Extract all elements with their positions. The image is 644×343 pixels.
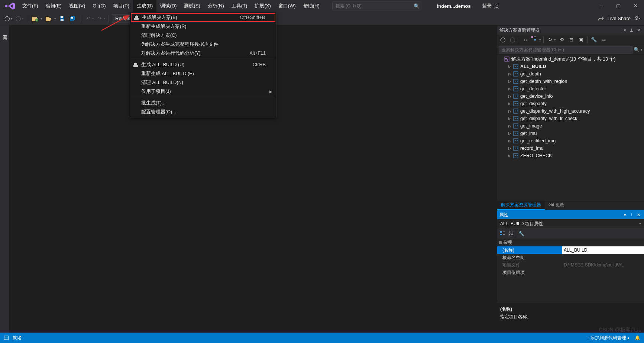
project-node[interactable]: ▷⁺⁺get_image bbox=[497, 122, 644, 130]
project-node[interactable]: ▷⁺⁺get_rectified_img bbox=[497, 137, 644, 145]
menu-n[interactable]: 分析(N) bbox=[204, 0, 228, 12]
panel-close-icon[interactable]: ✕ bbox=[635, 28, 642, 33]
project-node[interactable]: ▷⁺⁺get_disparity bbox=[497, 100, 644, 107]
nav-fwd-button[interactable]: ◯ bbox=[14, 15, 23, 22]
menu-f[interactable]: 文件(F) bbox=[19, 0, 42, 12]
show-all-icon[interactable]: ▣ bbox=[577, 36, 585, 44]
expand-icon[interactable]: ▷ bbox=[508, 109, 513, 113]
properties-icon[interactable]: 🔧 bbox=[590, 36, 598, 44]
property-category[interactable]: ⊟杂项 bbox=[497, 239, 644, 246]
search-input[interactable] bbox=[333, 3, 412, 9]
project-node[interactable]: ▷⁺⁺get_disparity_with_high_accuracy bbox=[497, 107, 644, 115]
collapse-all-icon[interactable]: ⊟ bbox=[567, 36, 575, 44]
nav-back-button[interactable]: ◯ bbox=[3, 15, 12, 22]
project-node[interactable]: ▷⁺⁺get_disparity_with_lr_check bbox=[497, 115, 644, 122]
minimize-button[interactable]: ─ bbox=[593, 0, 610, 12]
new-project-button[interactable]: + bbox=[30, 15, 40, 22]
menu-gitg[interactable]: Git(G) bbox=[89, 0, 109, 12]
preview-icon[interactable]: ▭ bbox=[599, 36, 608, 44]
expand-icon[interactable]: ▷ bbox=[508, 87, 513, 91]
undo-button[interactable]: ↶ bbox=[84, 15, 92, 22]
panel-tab[interactable]: 解决方案资源管理器 bbox=[497, 201, 545, 210]
build-menu-item[interactable]: 重新生成 ALL_BUILD (E) bbox=[131, 69, 275, 78]
expand-icon[interactable]: ▷ bbox=[508, 65, 513, 68]
menu-h[interactable]: 帮助(H) bbox=[300, 0, 323, 12]
properties-subtitle[interactable]: ALL_BUILD 项目属性▾ bbox=[497, 219, 644, 228]
property-row[interactable]: 项目依赖项 bbox=[497, 269, 644, 276]
menu-s[interactable]: 测试(S) bbox=[180, 0, 204, 12]
menu-x[interactable]: 扩展(X) bbox=[251, 0, 274, 12]
project-node[interactable]: ▷⁺⁺get_device_info bbox=[497, 93, 644, 100]
build-menu-item[interactable]: 生成 ALL_BUILD (U)Ctrl+B bbox=[131, 60, 275, 69]
sync-icon[interactable]: ↻ bbox=[546, 36, 554, 44]
menu-d[interactable]: 调试(D) bbox=[156, 0, 180, 12]
property-row[interactable]: (名称)ALL_BUILD bbox=[497, 246, 644, 254]
build-menu-item[interactable]: 清理 ALL_BUILD(N) bbox=[131, 78, 275, 87]
solution-node[interactable]: 解决方案"indemind_demos"(13 个项目，共 13 个) bbox=[497, 55, 644, 63]
project-node[interactable]: ▷⁺⁺ZERO_CHECK bbox=[497, 152, 644, 159]
svg-rect-1 bbox=[32, 17, 37, 18]
save-button[interactable] bbox=[58, 15, 67, 22]
search-go-icon[interactable]: 🔍 bbox=[632, 47, 641, 52]
feedback-icon[interactable] bbox=[634, 16, 641, 22]
project-node[interactable]: ▷⁺⁺record_imu bbox=[497, 145, 644, 152]
build-menu-item[interactable]: 生成解决方案(B)Ctrl+Shift+B bbox=[131, 13, 275, 22]
panel-pin-icon[interactable]: ⊥ bbox=[628, 28, 635, 33]
expand-icon[interactable]: ▷ bbox=[508, 102, 513, 106]
property-row[interactable]: 项目文件D:\IMSEE-SDK\demo\build\AL bbox=[497, 261, 644, 269]
solution-search-input[interactable] bbox=[499, 46, 632, 54]
menu-t[interactable]: 工具(T) bbox=[228, 0, 251, 12]
sign-in[interactable]: 登录 bbox=[478, 3, 504, 9]
project-node[interactable]: ▷⁺⁺ALL_BUILD bbox=[497, 63, 644, 70]
expand-icon[interactable]: ▷ bbox=[508, 117, 513, 120]
panel-close-icon[interactable]: ✕ bbox=[635, 213, 642, 217]
add-to-source-control[interactable]: ↑ 添加到源代码管理 ▴ bbox=[587, 335, 630, 341]
save-all-button[interactable] bbox=[68, 15, 78, 22]
nav-back-icon[interactable]: ◯ bbox=[499, 36, 507, 44]
maximize-button[interactable]: ▢ bbox=[610, 0, 627, 12]
panel-dropdown-icon[interactable]: ▾ bbox=[622, 28, 628, 33]
expand-icon[interactable]: ▷ bbox=[508, 94, 513, 98]
switcher-icon[interactable] bbox=[531, 36, 539, 44]
status-notification-icon[interactable]: 🔔 bbox=[635, 335, 640, 340]
expand-icon[interactable]: ▷ bbox=[508, 132, 513, 135]
expand-icon[interactable]: ▷ bbox=[508, 80, 513, 83]
menu-b[interactable]: 生成(B) bbox=[133, 0, 156, 12]
nav-fwd-icon[interactable]: ◯ bbox=[508, 36, 517, 44]
build-menu-item[interactable]: 清理解决方案(C) bbox=[131, 31, 275, 40]
expand-icon[interactable]: ▷ bbox=[508, 72, 513, 76]
menu-p[interactable]: 项目(P) bbox=[110, 0, 133, 12]
panel-pin-icon[interactable]: ⊥ bbox=[628, 213, 635, 217]
panel-dropdown-icon[interactable]: ▾ bbox=[622, 213, 628, 217]
refresh-icon[interactable]: ⟲ bbox=[557, 36, 566, 44]
property-row[interactable]: 根命名空间 bbox=[497, 254, 644, 261]
build-menu-item[interactable]: 配置管理器(O)... bbox=[131, 107, 275, 116]
alphabetical-icon[interactable]: AZ bbox=[508, 230, 514, 236]
open-button[interactable] bbox=[44, 15, 54, 22]
menu-w[interactable]: 窗口(W) bbox=[275, 0, 300, 12]
project-node[interactable]: ▷⁺⁺get_detector bbox=[497, 85, 644, 93]
live-share-label[interactable]: Live Share bbox=[608, 16, 631, 21]
wrench-icon[interactable]: 🔧 bbox=[518, 231, 524, 236]
home-icon[interactable]: ⌂ bbox=[521, 36, 530, 44]
build-menu-item[interactable]: 仅用于项目(J)▶ bbox=[131, 87, 275, 96]
expand-icon[interactable]: ▷ bbox=[508, 146, 513, 150]
panel-tab[interactable]: Git 更改 bbox=[545, 201, 568, 210]
build-menu-item[interactable]: 批生成(T)... bbox=[131, 98, 275, 107]
menu-v[interactable]: 视图(V) bbox=[65, 0, 89, 12]
build-menu-item[interactable]: 对解决方案运行代码分析(Y)Alt+F11 bbox=[131, 49, 275, 58]
expand-icon[interactable]: ▷ bbox=[508, 154, 513, 158]
search-box[interactable]: 🔍 bbox=[332, 1, 421, 10]
build-menu-item[interactable]: 重新生成解决方案(R) bbox=[131, 22, 275, 31]
expand-icon[interactable]: ▷ bbox=[508, 124, 513, 128]
build-menu-item[interactable]: 为解决方案生成完整程序数据库文件 bbox=[131, 40, 275, 49]
project-node[interactable]: ▷⁺⁺get_imu bbox=[497, 130, 644, 137]
categorized-icon[interactable] bbox=[499, 230, 505, 236]
menu-e[interactable]: 编辑(E) bbox=[42, 0, 65, 12]
toolbox-tab[interactable]: 工具箱 bbox=[0, 28, 10, 333]
expand-icon[interactable]: ▷ bbox=[508, 139, 513, 143]
project-node[interactable]: ▷⁺⁺get_depth bbox=[497, 70, 644, 78]
close-button[interactable]: ✕ bbox=[627, 0, 644, 12]
redo-button[interactable]: ↷ bbox=[96, 15, 104, 22]
project-node[interactable]: ▷⁺⁺get_depth_with_region bbox=[497, 78, 644, 85]
